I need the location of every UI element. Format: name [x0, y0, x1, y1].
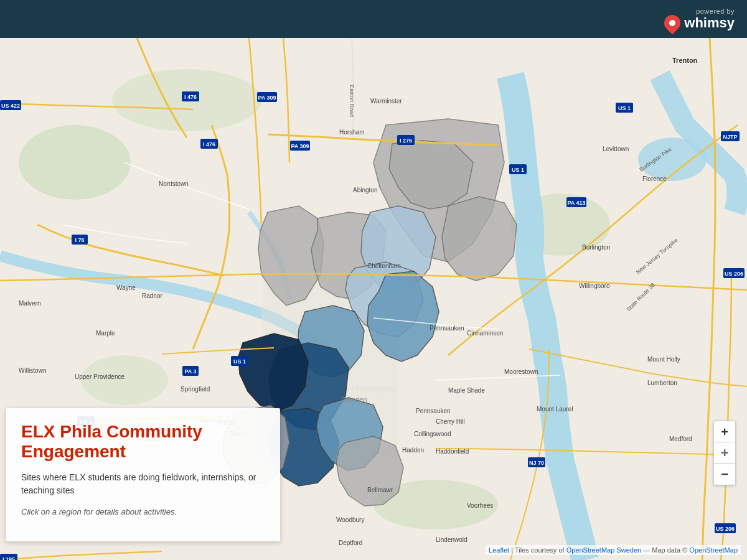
svg-text:Mount Laurel: Mount Laurel: [537, 406, 573, 413]
svg-text:Norristown: Norristown: [159, 180, 189, 187]
svg-text:US 422: US 422: [1, 103, 20, 109]
svg-text:Camden: Camden: [341, 396, 367, 403]
svg-text:Lumberton: Lumberton: [647, 380, 677, 386]
svg-text:Deptford: Deptford: [339, 539, 362, 546]
svg-text:Warminster: Warminster: [370, 98, 402, 105]
header-bar: powered by whimsy: [0, 0, 747, 38]
svg-text:US 206: US 206: [725, 271, 743, 277]
map-attribution: Leaflet | Tiles courtesy of OpenStreetMa…: [486, 545, 741, 555]
svg-text:PA 309: PA 309: [258, 95, 276, 101]
svg-text:US 1: US 1: [233, 358, 246, 365]
leaflet-link[interactable]: Leaflet: [489, 546, 509, 554]
osm-link[interactable]: OpenStreetMap: [689, 546, 738, 554]
whimsy-icon: [661, 11, 684, 34]
svg-text:Voorhees: Voorhees: [467, 502, 493, 509]
svg-text:Pennsauken: Pennsauken: [430, 325, 464, 332]
svg-text:Bellmawr: Bellmawr: [367, 487, 393, 493]
svg-text:Cherry Hill: Cherry Hill: [436, 418, 465, 425]
panel-description: Sites where ELX students are doing field…: [21, 471, 265, 497]
svg-text:Cheltenham: Cheltenham: [367, 263, 401, 269]
svg-text:Moorestown: Moorestown: [504, 368, 538, 375]
svg-text:Medford: Medford: [669, 436, 692, 442]
svg-text:Trenton: Trenton: [672, 57, 698, 64]
svg-text:Woodbury: Woodbury: [336, 516, 364, 523]
svg-text:I 276: I 276: [400, 138, 412, 144]
svg-text:Willistown: Willistown: [19, 367, 46, 374]
mapdata-text: Map data ©: [652, 546, 687, 554]
zoom-in-button[interactable]: +: [714, 421, 735, 442]
svg-text:NJ 70: NJ 70: [529, 460, 544, 466]
svg-text:I 476: I 476: [203, 141, 215, 147]
osm-sweden-link[interactable]: OpenStreetMap Sweden: [566, 546, 641, 554]
powered-by-text: powered by: [696, 7, 735, 15]
svg-text:Haddonfield: Haddonfield: [436, 448, 469, 455]
whimsy-logo[interactable]: whimsy: [664, 15, 735, 31]
info-panel: ELX Phila Community Engagement Sites whe…: [6, 408, 280, 541]
svg-text:Radnor: Radnor: [142, 292, 162, 299]
svg-text:Horsham: Horsham: [339, 129, 365, 136]
svg-text:Malvern: Malvern: [19, 300, 41, 307]
svg-text:Collingswood: Collingswood: [414, 431, 451, 437]
svg-text:I 195: I 195: [2, 556, 15, 560]
svg-text:Burlington: Burlington: [582, 244, 610, 251]
svg-text:Pennsauken: Pennsauken: [416, 408, 451, 414]
zoom-out-button[interactable]: −: [714, 464, 735, 485]
svg-text:US 206: US 206: [716, 526, 735, 532]
svg-text:I 76: I 76: [75, 237, 84, 243]
svg-point-4: [81, 355, 168, 405]
svg-text:Levittown: Levittown: [603, 146, 629, 152]
svg-text:US 1: US 1: [618, 105, 631, 111]
click-hint: Click on a region for details about acti…: [21, 506, 265, 518]
svg-text:Willingboro: Willingboro: [579, 282, 610, 289]
svg-text:Marple: Marple: [96, 330, 115, 337]
svg-text:Upper Providence: Upper Providence: [75, 373, 125, 380]
svg-text:PA 413: PA 413: [567, 200, 585, 206]
svg-text:Springfield: Springfield: [181, 386, 210, 393]
svg-text:Maple Shade: Maple Shade: [448, 387, 485, 394]
svg-text:PA 3: PA 3: [184, 368, 196, 375]
svg-text:Mount Holly: Mount Holly: [647, 356, 680, 363]
zoom-center-button[interactable]: ✛: [714, 442, 735, 464]
svg-text:PA 309: PA 309: [291, 143, 309, 149]
svg-text:US 1: US 1: [512, 167, 524, 173]
svg-text:Wayne: Wayne: [116, 284, 136, 291]
svg-text:Abington: Abington: [353, 187, 377, 194]
zoom-controls: + ✛ −: [713, 421, 736, 485]
svg-text:Cinnaminson: Cinnaminson: [467, 330, 503, 337]
svg-text:I 476: I 476: [184, 94, 197, 100]
svg-text:Philadelphia: Philadelphia: [352, 384, 396, 393]
svg-text:Easton Road: Easton Road: [349, 85, 355, 117]
svg-text:Florence: Florence: [642, 175, 667, 182]
powered-by-section: powered by whimsy: [664, 7, 735, 31]
panel-title: ELX Phila Community Engagement: [21, 422, 265, 462]
tiles-text: Tiles courtesy of: [515, 546, 565, 554]
svg-text:Lindenwold: Lindenwold: [436, 536, 467, 543]
svg-point-1: [19, 125, 131, 200]
svg-text:NJTP: NJTP: [723, 134, 737, 140]
brand-name: whimsy: [684, 15, 735, 31]
svg-text:Haddon: Haddon: [402, 447, 424, 454]
